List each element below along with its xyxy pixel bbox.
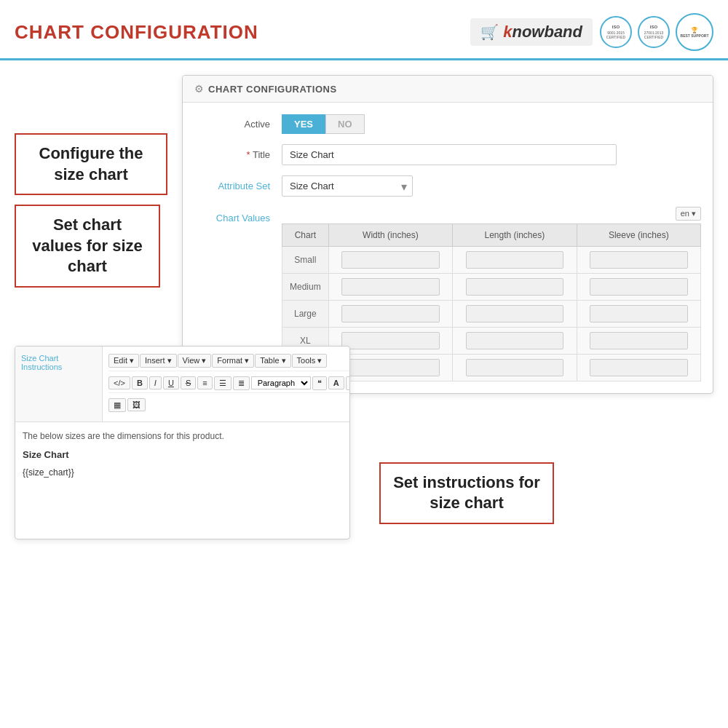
best-support-badge: 🏆 BEST SUPPORT <box>676 13 713 51</box>
strikethrough-btn[interactable]: S <box>181 376 196 389</box>
insert-menu[interactable]: Insert ▾ <box>140 354 177 368</box>
editor-template-var: {{size_chart}} <box>23 466 342 480</box>
brand-k: k <box>503 23 512 41</box>
page-header: CHART CONFIGURATION 🛒 knowband ISO 9001:… <box>0 0 728 60</box>
callout-values: Set chart values for size chart <box>15 205 160 288</box>
format-select[interactable]: Paragraph Heading 1 Heading 2 <box>251 376 311 389</box>
large-length-cell <box>453 301 577 328</box>
title-row: Title <box>194 144 701 165</box>
blockquote-btn[interactable]: ❝ <box>312 376 327 390</box>
editor-toolbar-area: Edit ▾ Insert ▾ View ▾ Format ▾ Table ▾ … <box>103 347 350 422</box>
active-row: Active YES NO <box>194 114 701 134</box>
edit-menu[interactable]: Edit ▾ <box>108 354 139 368</box>
attribute-set-select[interactable]: Size Chart <box>282 175 413 197</box>
bottom-section: Size Chart Instructions Edit ▾ Insert ▾ … <box>15 346 713 539</box>
callout-values-wrapper: Set chart values for size chart <box>15 205 713 288</box>
attribute-set-row: Attribute Set Size Chart <box>194 175 701 197</box>
bold-btn[interactable]: B <box>132 376 148 389</box>
align-center-btn[interactable]: ☰ <box>214 376 232 390</box>
gear-icon: ⚙ <box>194 83 204 95</box>
title-input[interactable] <box>282 144 617 165</box>
fontcolor-btn[interactable]: A <box>328 376 344 389</box>
callout-instructions-wrapper: Set instructions for size chart <box>365 346 713 524</box>
page-title: CHART CONFIGURATION <box>15 21 258 44</box>
callout-configure: Configure the size chart <box>15 133 167 195</box>
editor-paragraph: The below sizes are the dimensions for t… <box>23 430 342 443</box>
attribute-set-select-wrapper: Size Chart <box>282 175 413 197</box>
size-large: Large <box>282 301 329 328</box>
callout-instructions: Set instructions for size chart <box>379 462 554 524</box>
attribute-set-label: Attribute Set <box>194 181 282 191</box>
editor-toolbar-row3: ▦ 🖼 <box>108 396 350 414</box>
code-btn[interactable]: </> <box>108 376 130 389</box>
toggle-group: YES NO <box>282 114 365 134</box>
cart-icon: 🛒 <box>480 23 499 41</box>
brand-name: knowband <box>503 23 582 41</box>
format-menu[interactable]: Format ▾ <box>212 354 254 368</box>
table-insert-btn[interactable]: ▦ <box>108 398 126 412</box>
editor-heading: Size Chart <box>23 448 342 463</box>
table-row: Large <box>282 301 701 328</box>
header-logos: 🛒 knowband ISO 9001:2015 CERTIFIED ISO 2… <box>470 13 713 51</box>
editor-toolbar-row1: Edit ▾ Insert ▾ View ▾ Format ▾ Table ▾ … <box>108 351 350 371</box>
ul-btn[interactable]: ≔ <box>346 376 350 390</box>
large-width-cell <box>328 301 452 328</box>
align-right-btn[interactable]: ≣ <box>233 376 250 390</box>
iso-badges: ISO 9001:2015 CERTIFIED ISO 27001:2013 C… <box>600 13 713 51</box>
large-length-input[interactable] <box>466 305 563 323</box>
align-left-btn[interactable]: ≡ <box>197 376 212 389</box>
view-menu[interactable]: View ▾ <box>178 354 212 368</box>
editor-toolbar-row2: </> B I U S ≡ ☰ ≣ Paragraph Heading 1 He… <box>108 374 350 393</box>
large-sleeve-cell <box>577 301 700 328</box>
editor-sidebar-label: Size Chart Instructions <box>15 347 103 422</box>
no-toggle[interactable]: NO <box>325 114 365 134</box>
underline-btn[interactable]: U <box>163 376 179 389</box>
iso-badge-2: ISO 27001:2013 CERTIFIED <box>638 16 670 48</box>
iso-badge-1: ISO 9001:2015 CERTIFIED <box>600 16 632 48</box>
editor-panel: Size Chart Instructions Edit ▾ Insert ▾ … <box>15 346 350 539</box>
title-label: Title <box>194 149 282 160</box>
panel-header: ⚙ CHART CONFIGURATIONS <box>183 76 713 103</box>
yes-toggle[interactable]: YES <box>282 114 325 134</box>
main-content: Configure the size chart ⚙ CHART CONFIGU… <box>0 60 728 554</box>
knowband-logo: 🛒 knowband <box>470 18 593 46</box>
editor-body[interactable]: The below sizes are the dimensions for t… <box>15 422 349 539</box>
tools-menu[interactable]: Tools ▾ <box>292 354 328 368</box>
table-menu[interactable]: Table ▾ <box>255 354 290 368</box>
image-insert-btn[interactable]: 🖼 <box>127 398 146 411</box>
italic-btn[interactable]: I <box>149 376 162 389</box>
toolbar-group-menus: Edit ▾ Insert ▾ View ▾ Format ▾ Table ▾ … <box>108 354 327 368</box>
active-label: Active <box>194 119 282 130</box>
editor-top-row: Size Chart Instructions Edit ▾ Insert ▾ … <box>15 347 349 422</box>
large-width-input[interactable] <box>341 305 439 323</box>
panel-title: CHART CONFIGURATIONS <box>208 84 337 95</box>
large-sleeve-input[interactable] <box>590 305 687 323</box>
